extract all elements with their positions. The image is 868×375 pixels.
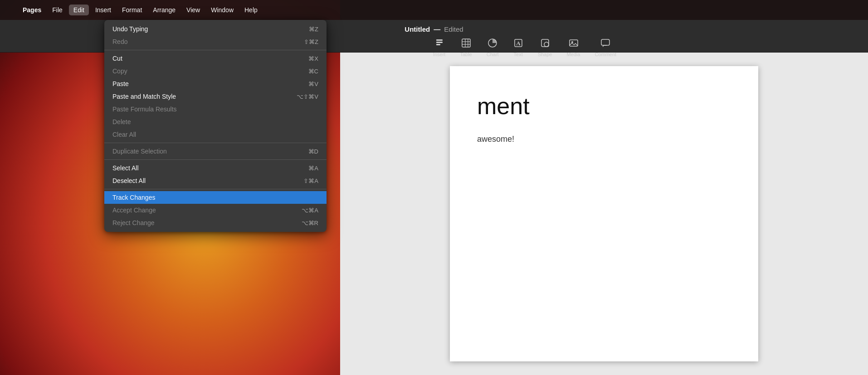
table-tool[interactable]: Table — [454, 36, 477, 59]
clear-all-label: Clear All — [112, 131, 318, 138]
paste-match-style-shortcut: ⌥⇧⌘V — [297, 93, 318, 100]
view-menu-item[interactable]: View — [182, 5, 205, 15]
delete-item[interactable]: Delete — [104, 115, 327, 128]
svg-point-14 — [571, 41, 573, 43]
svg-rect-15 — [601, 39, 610, 45]
cut-label: Cut — [112, 55, 308, 62]
apple-menu[interactable] — [5, 8, 15, 12]
accept-change-shortcut: ⌥⌘A — [302, 207, 318, 214]
document-title[interactable]: Untitled — [405, 25, 430, 33]
delete-label: Delete — [112, 118, 318, 125]
select-all-item[interactable]: Select All ⌘A — [104, 162, 327, 174]
table-tool-label: Table — [460, 52, 472, 57]
paste-formula-label: Paste Formula Results — [112, 106, 318, 113]
paste-shortcut: ⌘V — [308, 81, 318, 87]
svg-rect-3 — [462, 39, 470, 47]
paste-formula-item[interactable]: Paste Formula Results — [104, 103, 327, 115]
copy-label: Copy — [112, 67, 308, 75]
chart-tool[interactable]: Chart — [481, 36, 504, 59]
title-separator: — — [434, 25, 440, 33]
media-icon — [568, 38, 578, 50]
text-tool[interactable]: A Text — [508, 36, 529, 59]
copy-shortcut: ⌘C — [308, 68, 318, 75]
separator-4 — [104, 189, 327, 189]
redo-item[interactable]: Redo ⇧⌘Z — [104, 35, 327, 48]
select-all-shortcut: ⌘A — [308, 165, 318, 172]
cut-shortcut: ⌘X — [308, 55, 318, 62]
accept-change-item[interactable]: Accept Change ⌥⌘A — [104, 204, 327, 216]
insert-tool-label: Insert — [433, 52, 446, 57]
separator-1 — [104, 50, 327, 50]
clear-all-item[interactable]: Clear All — [104, 128, 327, 141]
text-icon: A — [513, 38, 523, 50]
redo-label: Redo — [112, 38, 304, 45]
media-tool[interactable]: Media — [561, 36, 585, 59]
document-area: ment awesome! — [340, 53, 868, 375]
comment-tool-label: Comment — [595, 52, 616, 57]
paste-label: Paste — [112, 80, 308, 87]
deselect-all-item[interactable]: Deselect All ⇧⌘A — [104, 174, 327, 187]
insert-menu-item[interactable]: Insert — [91, 5, 116, 15]
undo-typing-shortcut: ⌘Z — [309, 26, 318, 33]
track-changes-label: Track Changes — [112, 194, 318, 201]
comment-icon — [600, 38, 610, 50]
paste-item[interactable]: Paste ⌘V — [104, 77, 327, 90]
deselect-all-shortcut: ⇧⌘A — [303, 178, 318, 184]
undo-typing-item[interactable]: Undo Typing ⌘Z — [104, 23, 327, 35]
select-all-label: Select All — [112, 164, 308, 172]
window-menu-item[interactable]: Window — [206, 5, 238, 15]
edit-dropdown-menu: Undo Typing ⌘Z Redo ⇧⌘Z Cut ⌘X Copy ⌘C P… — [104, 20, 327, 232]
reject-change-label: Reject Change — [112, 219, 302, 226]
document-edited-label: Edited — [444, 25, 463, 33]
table-icon — [461, 38, 471, 50]
redo-shortcut: ⇧⌘Z — [304, 38, 318, 45]
shape-icon — [540, 38, 550, 50]
svg-rect-11 — [541, 39, 549, 47]
cut-item[interactable]: Cut ⌘X — [104, 52, 327, 65]
duplicate-selection-shortcut: ⌘D — [308, 148, 318, 155]
pages-menu-item[interactable]: Pages — [18, 5, 46, 15]
deselect-all-label: Deselect All — [112, 177, 303, 184]
help-menu-item[interactable]: Help — [240, 5, 262, 15]
media-tool-label: Media — [566, 52, 580, 57]
arrange-menu-item[interactable]: Arrange — [148, 5, 180, 15]
chart-tool-label: Chart — [487, 52, 499, 57]
shape-tool[interactable]: Shape — [532, 36, 558, 59]
document-page: ment awesome! — [450, 66, 758, 361]
duplicate-selection-item[interactable]: Duplicate Selection ⌘D — [104, 145, 327, 158]
svg-rect-2 — [436, 44, 440, 45]
reject-change-item[interactable]: Reject Change ⌥⌘R — [104, 216, 327, 229]
svg-rect-0 — [436, 39, 443, 41]
insert-tool[interactable]: Insert — [428, 36, 451, 59]
format-menu-item[interactable]: Format — [117, 5, 146, 15]
chart-icon — [488, 38, 497, 50]
document-body: awesome! — [477, 133, 731, 146]
separator-2 — [104, 143, 327, 143]
edit-menu-item[interactable]: Edit — [69, 5, 89, 15]
insert-icon — [434, 38, 444, 50]
toolbar-tools: Insert Table Char — [428, 36, 622, 59]
svg-text:A: A — [516, 40, 521, 47]
svg-rect-13 — [569, 40, 577, 46]
menubar: Pages File Edit Insert Format Arrange Vi… — [0, 0, 868, 20]
reject-change-shortcut: ⌥⌘R — [302, 220, 318, 226]
duplicate-selection-label: Duplicate Selection — [112, 148, 308, 155]
paste-match-style-item[interactable]: Paste and Match Style ⌥⇧⌘V — [104, 90, 327, 103]
file-menu-item[interactable]: File — [48, 5, 67, 15]
svg-rect-1 — [436, 42, 443, 43]
track-changes-item[interactable]: Track Changes — [104, 191, 327, 204]
text-tool-label: Text — [514, 52, 523, 57]
separator-3 — [104, 159, 327, 160]
comment-tool[interactable]: Comment — [589, 36, 622, 59]
document-title-area: Untitled — Edited — [405, 25, 463, 33]
copy-item[interactable]: Copy ⌘C — [104, 65, 327, 77]
accept-change-label: Accept Change — [112, 207, 302, 214]
document-heading: ment — [477, 93, 731, 119]
undo-typing-label: Undo Typing — [112, 25, 309, 33]
svg-point-12 — [544, 42, 549, 47]
shape-tool-label: Shape — [538, 52, 552, 57]
paste-match-style-label: Paste and Match Style — [112, 93, 297, 100]
